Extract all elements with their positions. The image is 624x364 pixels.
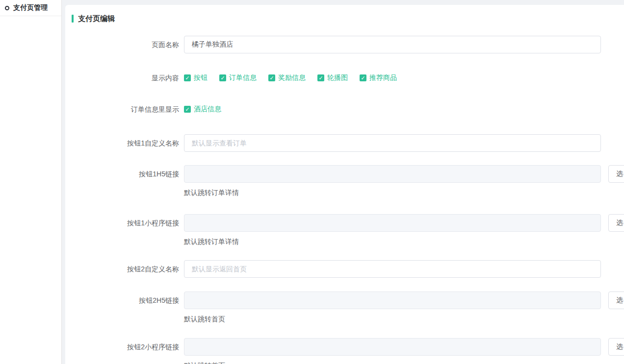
- form-row: 按钮1H5链接 选 默认跳转订单详情: [65, 165, 624, 196]
- checkbox-order-info[interactable]: 订单信息: [219, 73, 257, 82]
- form-row: 显示内容 按钮 订单信息 奖励信息 轮播图: [65, 73, 624, 83]
- button2-h5-link-select-button[interactable]: 选: [608, 291, 624, 309]
- field-label: 按钮2H5链接: [65, 291, 179, 309]
- page-name-input[interactable]: [184, 36, 601, 53]
- sidebar-item-label: 支付页管理: [13, 3, 48, 12]
- title-accent-bar: [72, 15, 74, 23]
- button2-h5-link-input: [184, 291, 601, 309]
- checkbox-carousel[interactable]: 轮播图: [317, 73, 348, 82]
- button1-h5-link-select-button[interactable]: 选: [608, 165, 624, 183]
- button1-custom-name-input[interactable]: [184, 134, 601, 152]
- button1-miniprogram-link-input: [184, 214, 601, 232]
- field-label: 按钮2自定义名称: [65, 260, 179, 278]
- form-row: 页面名称: [65, 36, 624, 53]
- display-content-checkbox-group: 按钮 订单信息 奖励信息 轮播图 推荐商品: [184, 73, 409, 83]
- form-row: 订单信息里显示 酒店信息: [65, 104, 624, 114]
- form-row: 按钮2H5链接 选 默认跳转首页: [65, 291, 624, 322]
- payment-page-form: 页面名称 显示内容 按钮 订单信息 奖励信息: [65, 36, 624, 364]
- checkbox-recommended-products[interactable]: 推荐商品: [360, 73, 397, 82]
- field-hint: 默认跳转订单详情: [184, 238, 624, 245]
- checkbox-checked-icon: [219, 74, 226, 81]
- button1-h5-link-input: [184, 165, 601, 183]
- field-label: 按钮1小程序链接: [65, 214, 179, 232]
- checkbox-button[interactable]: 按钮: [184, 73, 208, 82]
- field-hint: 默认跳转首页: [184, 362, 624, 364]
- field-hint: 默认跳转订单详情: [184, 189, 624, 196]
- form-row: 按钮1自定义名称: [65, 134, 624, 152]
- checkbox-hotel-info[interactable]: 酒店信息: [184, 105, 221, 114]
- button2-miniprogram-link-select-button[interactable]: 选: [608, 338, 624, 356]
- payment-page-edit-panel: 支付页编辑 页面名称 显示内容 按钮 订单信息: [65, 5, 624, 364]
- field-hint: 默认跳转首页: [184, 315, 624, 322]
- form-row: 按钮2自定义名称: [65, 260, 624, 278]
- circle-icon: [5, 6, 9, 10]
- checkbox-reward-info[interactable]: 奖励信息: [268, 73, 306, 82]
- field-label: 订单信息里显示: [65, 104, 179, 114]
- checkbox-checked-icon: [268, 74, 275, 81]
- form-row: 按钮2小程序链接 选 默认跳转首页: [65, 338, 624, 364]
- sidebar-item-payment-page[interactable]: 支付页管理: [0, 0, 61, 16]
- field-label: 按钮1自定义名称: [65, 134, 179, 152]
- page-title: 支付页编辑: [78, 14, 115, 24]
- form-row: 按钮1小程序链接 选 默认跳转订单详情: [65, 214, 624, 245]
- checkbox-checked-icon: [317, 74, 324, 81]
- field-label: 按钮1H5链接: [65, 165, 179, 183]
- checkbox-checked-icon: [360, 74, 366, 81]
- field-label: 按钮2小程序链接: [65, 338, 179, 356]
- button2-custom-name-input[interactable]: [184, 260, 601, 278]
- field-label: 显示内容: [65, 73, 179, 83]
- checkbox-checked-icon: [184, 74, 191, 81]
- field-label: 页面名称: [65, 36, 179, 53]
- checkbox-checked-icon: [184, 106, 191, 113]
- button2-miniprogram-link-input: [184, 338, 601, 356]
- section-header: 支付页编辑: [72, 14, 624, 23]
- sidebar: 支付页管理: [0, 0, 62, 364]
- button1-miniprogram-link-select-button[interactable]: 选: [608, 214, 624, 232]
- order-info-checkbox-group: 酒店信息: [184, 104, 233, 114]
